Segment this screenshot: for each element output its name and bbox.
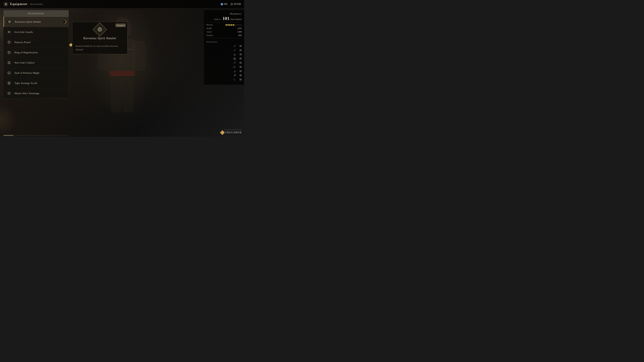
proficiency-value-sword: 11 (238, 45, 242, 47)
header-currencies: 999 307209 (221, 3, 241, 5)
proficiency-title: Proficiency (206, 41, 242, 43)
tooltip-body: Restores Health by 5% when an officer ha… (72, 42, 127, 54)
diamond-icon (220, 3, 224, 5)
stat-health: Health 2252 (206, 27, 242, 30)
blade-icon (233, 61, 236, 64)
svg-rect-4 (111, 76, 121, 112)
hammer-icon (233, 74, 236, 77)
proficiency-row-sword: 11 (206, 44, 242, 48)
stat-defense: Defense 956 (206, 34, 242, 37)
bravery-dot-9 (240, 24, 242, 26)
rank-row: Rank Lv. 101 True Warrior (206, 16, 242, 21)
list-item[interactable]: Iron Arm Guards (4, 27, 68, 37)
svg-rect-5 (123, 76, 133, 112)
bravery-dot-5 (233, 24, 234, 26)
circle-icon (231, 3, 233, 5)
health-value: 2252 (237, 27, 242, 30)
dragon-icon (233, 70, 236, 73)
bravery-dot-4 (231, 24, 232, 26)
spear-icon (233, 49, 236, 52)
proficiency-value-dragon: 11 (238, 70, 242, 72)
item-icon-iron (6, 29, 12, 35)
bravery-dot-7 (237, 24, 238, 26)
logo-watermark: ©コーエーテクモゲームス THEGAMER (221, 129, 242, 134)
logo-diamond-icon (220, 130, 225, 135)
defense-value: 956 (238, 34, 242, 37)
logo-copyright: ©コーエーテクモゲームス (221, 129, 242, 131)
bravery-dot-6 (235, 24, 236, 26)
tooltip-description: Restores Health by 5% when an officer ha… (76, 44, 124, 51)
item-icon-chalice (6, 60, 12, 66)
whip-icon (233, 78, 236, 81)
header-subtitle: Accessories (30, 3, 43, 5)
equipped-badge: Equipped (116, 24, 126, 27)
item-icon-panacea (6, 39, 12, 45)
proficiency-value-whip: 11 (238, 78, 242, 81)
proficiency-value-shield: 11 (238, 57, 242, 60)
deco-bottom-left (0, 103, 17, 137)
header: Equipment Accessories 999 307209 (0, 0, 244, 8)
item-name-ring: Ring of Regeneration (14, 51, 38, 54)
proficiency-row-whip: 11 (206, 78, 242, 81)
list-item[interactable]: Master Wu's Teachings (4, 88, 68, 98)
proficiency-value-bow: 11 (238, 66, 242, 68)
currency-2: 307209 (231, 3, 241, 5)
proficiency-row-fire: 11 (206, 53, 242, 56)
item-icon-teachings (6, 90, 12, 96)
item-list: Ravenous Spirit Amulet Iron Arm Guards (4, 17, 68, 98)
shield-icon (233, 57, 236, 60)
item-icon-ravenous (6, 19, 12, 25)
bravery-dot-8 (238, 24, 240, 26)
panel-title: Accessories (4, 10, 68, 17)
item-name-teachings: Master Wu's Teachings (14, 92, 40, 95)
item-name-chalice: War God's Chalice (14, 61, 35, 64)
svg-rect-3 (134, 41, 146, 70)
fire-icon (233, 53, 236, 56)
proficiency-row-shield: 11 (206, 57, 242, 60)
item-name-scroll: Tiger Strategy Scroll (14, 82, 37, 85)
item-tooltip: Equipped Ravenous Spirit Amulet Restores… (72, 22, 128, 54)
rank-title: True Warrior (230, 18, 242, 21)
item-icon-sash (6, 70, 12, 76)
stat-bravery: Bravery (206, 24, 242, 26)
currency-2-value: 307209 (234, 3, 241, 5)
item-name-sash: Sash of Peerless Might (14, 71, 40, 74)
logo-text: THEGAMER (225, 131, 242, 134)
bravery-dot-1 (226, 24, 227, 26)
item-icon-ring (6, 49, 12, 55)
proficiency-value-hammer: 11 (238, 74, 242, 77)
bow-icon (233, 65, 236, 68)
currency-1-value: 999 (224, 3, 228, 5)
list-item[interactable]: Sash of Peerless Might (4, 68, 68, 78)
list-item[interactable]: War God's Chalice (4, 58, 68, 68)
svg-rect-6 (109, 71, 135, 76)
currency-1: 999 (221, 3, 228, 5)
item-name-ravenous: Ravenous Spirit Amulet (15, 20, 41, 23)
proficiency-value-spear: 11 (238, 49, 242, 52)
bravery-dot-3 (229, 24, 230, 26)
scroll-indicator[interactable] (3, 135, 69, 136)
character-name: Wanderer (206, 12, 242, 15)
proficiency-row-bow: 11 (206, 65, 242, 68)
proficiency-row-dragon: 11 (206, 70, 242, 73)
list-item[interactable]: Ring of Regeneration (4, 47, 68, 58)
bravery-label: Bravery (206, 24, 213, 26)
health-label: Health (206, 27, 212, 30)
header-title: Equipment (10, 2, 28, 6)
character-stats-panel: Wanderer Rank Lv. 101 True Warrior Brave… (204, 10, 244, 85)
sword-icon (233, 44, 236, 48)
proficiency-row-blade: 11 (206, 61, 242, 64)
scroll-thumb (3, 135, 14, 136)
list-item[interactable]: Ravenous Spirit Amulet (4, 17, 68, 27)
rank-number: 101 (222, 16, 230, 21)
list-item[interactable]: Panacea Pouch (4, 37, 68, 47)
tooltip-item-name: Ravenous Spirit Amulet (84, 36, 116, 40)
defense-label: Defense (206, 34, 213, 37)
list-item[interactable]: Tiger Strategy Scroll (4, 78, 68, 88)
attack-value: 1389 (237, 30, 242, 33)
proficiency-value-blade: 11 (238, 61, 242, 64)
attack-label: Attack (206, 31, 212, 33)
bravery-dots (226, 24, 242, 26)
svg-point-13 (8, 51, 10, 54)
svg-rect-11 (8, 31, 10, 33)
